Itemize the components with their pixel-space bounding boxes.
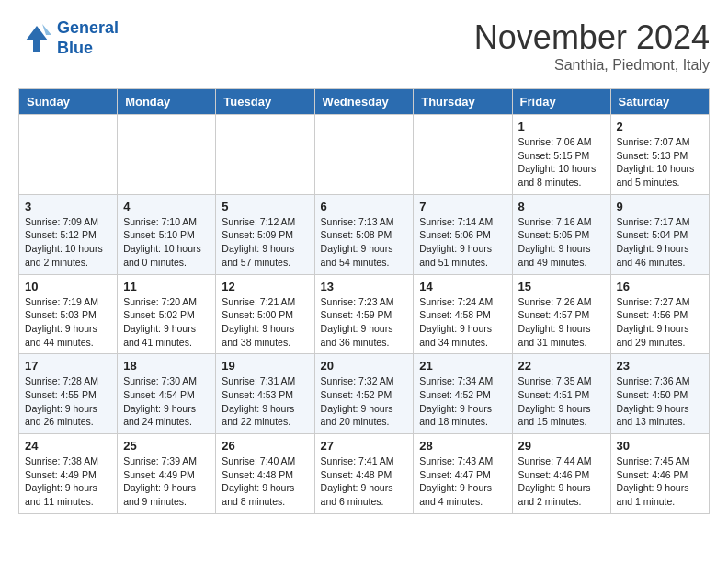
day-number: 2 bbox=[617, 120, 703, 133]
calendar-header-sunday: Sunday bbox=[19, 89, 118, 115]
day-info-line: Daylight: 9 hours bbox=[222, 402, 308, 416]
calendar-week-2: 3Sunrise: 7:09 AMSunset: 5:12 PMDaylight… bbox=[19, 194, 710, 274]
calendar-cell: 9Sunrise: 7:17 AMSunset: 5:04 PMDaylight… bbox=[610, 194, 709, 274]
day-number: 18 bbox=[123, 359, 210, 373]
day-info-line: Sunrise: 7:27 AM bbox=[617, 295, 703, 309]
day-info-line: Daylight: 10 hours bbox=[518, 162, 605, 176]
logo-icon bbox=[18, 22, 51, 55]
day-info-line: Sunset: 5:10 PM bbox=[123, 228, 210, 242]
day-info-line: Sunset: 5:08 PM bbox=[321, 228, 408, 242]
day-info-line: Sunset: 5:13 PM bbox=[617, 149, 703, 163]
day-info-line: Daylight: 10 hours bbox=[123, 242, 210, 256]
calendar-cell: 26Sunrise: 7:40 AMSunset: 4:48 PMDayligh… bbox=[216, 434, 314, 514]
logo-text: General Blue bbox=[57, 18, 119, 58]
day-info-line: Sunset: 4:53 PM bbox=[222, 388, 308, 402]
day-info-line: and 41 minutes. bbox=[123, 336, 210, 350]
day-info-line: Daylight: 9 hours bbox=[321, 322, 408, 336]
day-number: 29 bbox=[518, 439, 605, 453]
day-info-line: Sunrise: 7:16 AM bbox=[518, 215, 605, 229]
day-info-line: Sunrise: 7:43 AM bbox=[419, 454, 506, 468]
day-info-line: and 5 minutes. bbox=[617, 176, 703, 190]
calendar-header-row: SundayMondayTuesdayWednesdayThursdayFrid… bbox=[19, 89, 710, 115]
calendar-cell: 30Sunrise: 7:45 AMSunset: 4:46 PMDayligh… bbox=[610, 434, 709, 514]
day-info-line: and 34 minutes. bbox=[419, 336, 506, 350]
calendar-cell: 4Sunrise: 7:10 AMSunset: 5:10 PMDaylight… bbox=[118, 194, 216, 274]
day-info-line: Daylight: 9 hours bbox=[222, 481, 308, 495]
day-number: 23 bbox=[617, 359, 703, 373]
day-info-line: Sunrise: 7:14 AM bbox=[419, 215, 506, 229]
day-info-line: Sunrise: 7:21 AM bbox=[222, 295, 308, 309]
day-number: 7 bbox=[419, 200, 506, 213]
calendar-cell bbox=[216, 115, 314, 195]
day-info-line: Sunrise: 7:26 AM bbox=[518, 295, 605, 309]
calendar-cell: 3Sunrise: 7:09 AMSunset: 5:12 PMDaylight… bbox=[19, 194, 118, 274]
calendar-cell bbox=[19, 115, 118, 195]
day-info-line: and 8 minutes. bbox=[518, 176, 605, 190]
day-number: 30 bbox=[617, 439, 703, 453]
calendar-header-friday: Friday bbox=[512, 89, 610, 115]
day-info-line: Sunset: 4:58 PM bbox=[419, 308, 506, 322]
day-info-line: Sunset: 4:49 PM bbox=[25, 468, 111, 482]
day-info-line: and 49 minutes. bbox=[518, 256, 605, 270]
day-info-line: Sunset: 4:52 PM bbox=[419, 388, 506, 402]
calendar-cell: 21Sunrise: 7:34 AMSunset: 4:52 PMDayligh… bbox=[414, 354, 512, 434]
day-info-line: and 26 minutes. bbox=[25, 415, 111, 429]
day-info-line: Daylight: 9 hours bbox=[518, 402, 605, 416]
calendar-cell: 2Sunrise: 7:07 AMSunset: 5:13 PMDaylight… bbox=[610, 115, 709, 195]
calendar-week-1: 1Sunrise: 7:06 AMSunset: 5:15 PMDaylight… bbox=[19, 115, 710, 195]
day-number: 13 bbox=[321, 280, 408, 293]
day-info-line: Daylight: 9 hours bbox=[25, 402, 111, 416]
title-block: November 2024 Santhia, Piedmont, Italy bbox=[474, 18, 710, 74]
day-info-line: and 13 minutes. bbox=[617, 415, 703, 429]
calendar-header-saturday: Saturday bbox=[610, 89, 709, 115]
day-info-line: and 6 minutes. bbox=[321, 495, 408, 509]
calendar-cell bbox=[314, 115, 414, 195]
calendar-week-5: 24Sunrise: 7:38 AMSunset: 4:49 PMDayligh… bbox=[19, 434, 710, 514]
day-info-line: and 18 minutes. bbox=[419, 415, 506, 429]
day-number: 12 bbox=[222, 280, 308, 293]
day-info-line: Sunrise: 7:34 AM bbox=[419, 374, 506, 388]
calendar-cell: 22Sunrise: 7:35 AMSunset: 4:51 PMDayligh… bbox=[512, 354, 610, 434]
page-header: General Blue November 2024 Santhia, Pied… bbox=[18, 18, 710, 74]
calendar-cell: 5Sunrise: 7:12 AMSunset: 5:09 PMDaylight… bbox=[216, 194, 314, 274]
day-number: 17 bbox=[25, 359, 111, 373]
calendar-cell bbox=[118, 115, 216, 195]
day-info-line: Sunrise: 7:20 AM bbox=[123, 295, 210, 309]
day-info-line: and 15 minutes. bbox=[518, 415, 605, 429]
day-info-line: and 44 minutes. bbox=[25, 336, 111, 350]
day-number: 11 bbox=[123, 280, 210, 293]
day-number: 4 bbox=[123, 200, 210, 213]
calendar-cell: 19Sunrise: 7:31 AMSunset: 4:53 PMDayligh… bbox=[216, 354, 314, 434]
calendar-header-thursday: Thursday bbox=[414, 89, 512, 115]
day-info-line: Sunset: 5:03 PM bbox=[25, 308, 111, 322]
day-info-line: Sunrise: 7:45 AM bbox=[617, 454, 703, 468]
calendar-cell: 27Sunrise: 7:41 AMSunset: 4:48 PMDayligh… bbox=[314, 434, 414, 514]
day-info-line: Daylight: 9 hours bbox=[123, 481, 210, 495]
day-info-line: Daylight: 9 hours bbox=[518, 242, 605, 256]
day-number: 20 bbox=[321, 359, 408, 373]
day-info-line: Sunset: 4:55 PM bbox=[25, 388, 111, 402]
calendar-cell: 1Sunrise: 7:06 AMSunset: 5:15 PMDaylight… bbox=[512, 115, 610, 195]
day-number: 3 bbox=[25, 200, 111, 213]
day-info-line: Sunset: 4:50 PM bbox=[617, 388, 703, 402]
day-number: 10 bbox=[25, 280, 111, 293]
calendar-week-3: 10Sunrise: 7:19 AMSunset: 5:03 PMDayligh… bbox=[19, 274, 710, 354]
day-number: 14 bbox=[419, 280, 506, 293]
day-info-line: Sunrise: 7:12 AM bbox=[222, 215, 308, 229]
calendar-cell: 12Sunrise: 7:21 AMSunset: 5:00 PMDayligh… bbox=[216, 274, 314, 354]
svg-marker-1 bbox=[42, 24, 51, 35]
calendar-cell: 8Sunrise: 7:16 AMSunset: 5:05 PMDaylight… bbox=[512, 194, 610, 274]
day-info-line: Sunrise: 7:28 AM bbox=[25, 374, 111, 388]
calendar-cell: 17Sunrise: 7:28 AMSunset: 4:55 PMDayligh… bbox=[19, 354, 118, 434]
day-info-line: Sunset: 4:47 PM bbox=[419, 468, 506, 482]
month-title: November 2024 bbox=[474, 18, 710, 57]
day-info-line: Sunset: 4:57 PM bbox=[518, 308, 605, 322]
calendar-header-tuesday: Tuesday bbox=[216, 89, 314, 115]
day-info-line: Sunset: 4:49 PM bbox=[123, 468, 210, 482]
day-info-line: Sunset: 5:00 PM bbox=[222, 308, 308, 322]
day-info-line: Daylight: 9 hours bbox=[419, 322, 506, 336]
day-info-line: Sunrise: 7:07 AM bbox=[617, 135, 703, 149]
day-info-line: Daylight: 9 hours bbox=[617, 242, 703, 256]
day-info-line: Sunrise: 7:24 AM bbox=[419, 295, 506, 309]
day-info-line: Daylight: 9 hours bbox=[25, 481, 111, 495]
